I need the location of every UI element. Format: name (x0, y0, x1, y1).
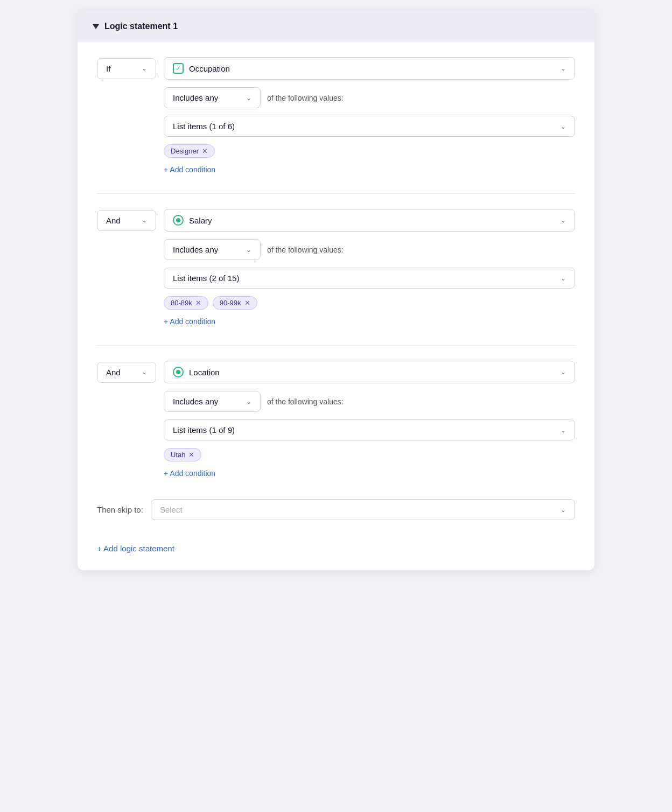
field-label-3: Location (189, 368, 220, 377)
operator-suffix-3: of the following values: (267, 397, 344, 406)
chevron-down-icon: ⌄ (561, 426, 566, 434)
tag-label: 90-99k (220, 299, 241, 307)
operator-label-1: Includes any (173, 93, 218, 102)
chevron-down-icon: ⌄ (246, 94, 251, 102)
chevron-down-icon: ⌄ (246, 246, 251, 254)
then-select-dropdown[interactable]: Select ⌄ (151, 499, 575, 520)
tag-label: Utah (171, 451, 185, 459)
then-row: Then skip to: Select ⌄ (97, 499, 575, 520)
condition-group-1: If ⌄ ✓ Occupation ⌄ Includes any ⌄ of th… (97, 57, 575, 174)
operator-dropdown-3[interactable]: Includes any ⌄ (164, 391, 261, 412)
logic-header: Logic statement 1 (78, 11, 594, 42)
operator-suffix-2: of the following values: (267, 246, 344, 254)
add-condition-button-2[interactable]: + Add condition (164, 317, 575, 326)
field-circle-icon-2 (173, 215, 184, 226)
then-label: Then skip to: (97, 505, 143, 514)
tags-row-1: Designer ✕ (164, 144, 575, 158)
condition-row-2: And ⌄ Salary ⌄ (97, 209, 575, 232)
chevron-down-icon: ⌄ (142, 65, 147, 72)
circle-inner-3 (176, 370, 180, 374)
list-items-label-1: List items (1 of 6) (173, 122, 235, 131)
tag-label: 80-89k (171, 299, 192, 307)
operator-suffix-1: of the following values: (267, 94, 344, 102)
field-label-1: Occupation (189, 64, 230, 73)
field-circle-icon-3 (173, 367, 184, 377)
collapse-icon[interactable] (93, 24, 99, 29)
field-label-2: Salary (189, 216, 212, 225)
add-condition-button-3[interactable]: + Add condition (164, 469, 575, 478)
main-content: If ⌄ ✓ Occupation ⌄ Includes any ⌄ of th… (78, 42, 594, 535)
chevron-down-icon: ⌄ (246, 398, 251, 405)
connector-dropdown-3[interactable]: And ⌄ (97, 362, 156, 383)
condition-row-1: If ⌄ ✓ Occupation ⌄ (97, 57, 575, 80)
chevron-down-icon: ⌄ (142, 216, 147, 224)
tag-designer: Designer ✕ (164, 144, 215, 158)
operator-row-1: Includes any ⌄ of the following values: (97, 87, 575, 108)
list-items-label-2: List items (2 of 15) (173, 274, 239, 283)
tag-remove-icon[interactable]: ✕ (244, 299, 250, 306)
list-items-dropdown-3[interactable]: List items (1 of 9) ⌄ (164, 419, 575, 440)
add-condition-button-1[interactable]: + Add condition (164, 165, 575, 174)
field-dropdown-3[interactable]: Location ⌄ (164, 361, 575, 383)
tag-remove-icon[interactable]: ✕ (195, 299, 201, 306)
field-dropdown-2[interactable]: Salary ⌄ (164, 209, 575, 232)
connector-dropdown-1[interactable]: If ⌄ (97, 58, 156, 79)
connector-dropdown-2[interactable]: And ⌄ (97, 210, 156, 231)
tag-90-99k: 90-99k ✕ (213, 296, 257, 310)
chevron-down-icon: ⌄ (561, 123, 566, 130)
operator-dropdown-2[interactable]: Includes any ⌄ (164, 239, 261, 260)
operator-row-3: Includes any ⌄ of the following values: (97, 391, 575, 412)
logic-title: Logic statement 1 (104, 22, 178, 31)
tags-row-3: Utah ✕ (164, 448, 575, 461)
condition-group-3: And ⌄ Location ⌄ Includes any ⌄ (97, 361, 575, 478)
divider-2 (97, 345, 575, 346)
chevron-down-icon: ⌄ (561, 275, 566, 282)
condition-row-3: And ⌄ Location ⌄ (97, 361, 575, 383)
logic-statement-container: Logic statement 1 If ⌄ ✓ Occupation ⌄ (78, 11, 594, 570)
list-items-dropdown-2[interactable]: List items (2 of 15) ⌄ (164, 268, 575, 289)
operator-label-2: Includes any (173, 245, 218, 254)
tag-remove-icon[interactable]: ✕ (202, 148, 208, 155)
chevron-down-icon: ⌄ (561, 216, 566, 224)
connector-label-3: And (106, 368, 121, 377)
tag-utah: Utah ✕ (164, 448, 201, 461)
list-items-label-3: List items (1 of 9) (173, 425, 235, 435)
connector-label-1: If (106, 64, 110, 73)
operator-dropdown-1[interactable]: Includes any ⌄ (164, 87, 261, 108)
circle-inner-2 (176, 218, 180, 222)
operator-row-2: Includes any ⌄ of the following values: (97, 239, 575, 260)
operator-label-3: Includes any (173, 397, 218, 406)
tag-remove-icon[interactable]: ✕ (188, 451, 194, 458)
field-dropdown-1[interactable]: ✓ Occupation ⌄ (164, 57, 575, 80)
tags-row-2: 80-89k ✕ 90-99k ✕ (164, 296, 575, 310)
chevron-down-icon: ⌄ (561, 368, 566, 376)
tag-label: Designer (171, 147, 199, 155)
chevron-down-icon: ⌄ (142, 368, 147, 376)
condition-group-2: And ⌄ Salary ⌄ Includes any ⌄ (97, 209, 575, 326)
chevron-down-icon: ⌄ (561, 65, 566, 72)
add-logic-statement-button[interactable]: + Add logic statement (78, 535, 194, 553)
tag-80-89k: 80-89k ✕ (164, 296, 208, 310)
chevron-down-icon: ⌄ (561, 506, 566, 514)
connector-label-2: And (106, 216, 121, 225)
then-select-placeholder: Select (160, 505, 183, 514)
field-check-icon-1: ✓ (173, 63, 184, 74)
divider-1 (97, 193, 575, 194)
list-items-dropdown-1[interactable]: List items (1 of 6) ⌄ (164, 116, 575, 137)
